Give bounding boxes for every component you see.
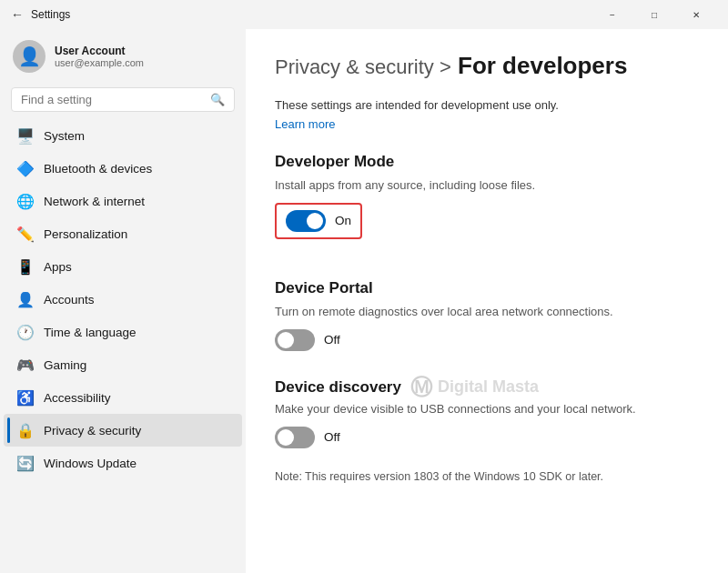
device-portal-toggle[interactable] — [275, 329, 315, 351]
nav-item-network[interactable]: 🌐 Network & internet — [4, 185, 242, 217]
nav-item-accessibility[interactable]: ♿ Accessibility — [4, 381, 242, 414]
titlebar-left: ← Settings — [11, 7, 70, 22]
profile-email: user@example.com — [55, 57, 144, 68]
developer-mode-description: Install apps from any source, including … — [275, 178, 699, 192]
search-icon[interactable]: 🔍 — [210, 93, 225, 106]
nav-label-gaming: Gaming — [44, 358, 86, 372]
device-portal-toggle-knob — [278, 332, 294, 348]
titlebar-title: Settings — [31, 8, 70, 21]
device-discovery-description: Make your device visible to USB connecti… — [275, 402, 699, 416]
back-arrow-icon[interactable]: ← — [11, 7, 24, 22]
nav-item-windows-update[interactable]: 🔄 Windows Update — [4, 447, 242, 479]
device-discovery-toggle-label: Off — [324, 430, 340, 444]
device-portal-toggle-label: Off — [324, 333, 340, 347]
page-title: Privacy & security > For developers — [275, 51, 699, 82]
bluetooth-icon: 🔷 — [16, 159, 35, 177]
nav-label-accounts: Accounts — [44, 293, 95, 307]
page-title-main: For developers — [458, 52, 627, 79]
developer-mode-section: Developer Mode Install apps from any sou… — [275, 153, 699, 265]
nav-label-bluetooth: Bluetooth & devices — [44, 162, 152, 176]
device-portal-description: Turn on remote diagnostics over local ar… — [275, 305, 699, 318]
windows-update-icon: 🔄 — [16, 454, 35, 472]
nav-label-system: System — [44, 129, 85, 143]
profile-info: User Account user@example.com — [55, 45, 144, 68]
device-discovery-toggle-row[interactable]: Off — [275, 427, 699, 448]
watermark-text: Digital Masta — [438, 377, 539, 397]
nav-item-apps[interactable]: 📱 Apps — [4, 250, 242, 283]
content-area: Privacy & security > For developers Thes… — [246, 29, 728, 573]
nav-label-time: Time & language — [44, 326, 136, 339]
device-discovery-note: Note: This requires version 1803 of the … — [275, 470, 699, 483]
nav-item-privacy[interactable]: 🔒 Privacy & security — [4, 414, 242, 447]
page-description: These settings are intended for developm… — [275, 98, 699, 112]
nav-item-bluetooth[interactable]: 🔷 Bluetooth & devices — [4, 152, 242, 185]
minimize-button[interactable]: − — [592, 0, 633, 29]
maximize-button[interactable]: □ — [633, 0, 675, 29]
sidebar: 👤 User Account user@example.com 🔍 🖥️ Sys… — [0, 29, 246, 573]
watermark: Ⓜ Digital Masta — [410, 373, 539, 402]
sidebar-profile[interactable]: 👤 User Account user@example.com — [0, 29, 246, 84]
nav-item-gaming[interactable]: 🎮 Gaming — [4, 348, 242, 381]
nav-item-personalization[interactable]: ✏️ Personalization — [4, 217, 242, 250]
developer-mode-toggle-row[interactable]: On — [275, 203, 362, 239]
system-icon: 🖥️ — [16, 126, 35, 145]
device-discovery-title: Device discovery — [275, 378, 401, 397]
device-discovery-toggle-knob — [278, 429, 294, 446]
search-input[interactable] — [21, 93, 210, 106]
privacy-icon: 🔒 — [16, 421, 35, 439]
nav-label-personalization: Personalization — [44, 227, 127, 241]
developer-mode-toggle-label: On — [335, 214, 351, 227]
device-portal-toggle-row[interactable]: Off — [275, 329, 699, 351]
personalization-icon: ✏️ — [16, 225, 35, 243]
device-portal-title: Device Portal — [275, 279, 699, 297]
nav-item-accounts[interactable]: 👤 Accounts — [4, 283, 242, 316]
nav-label-network: Network & internet — [44, 195, 145, 208]
profile-name: User Account — [55, 45, 144, 57]
accessibility-icon: ♿ — [16, 388, 35, 407]
time-icon: 🕐 — [16, 323, 35, 341]
close-button[interactable]: ✕ — [675, 0, 717, 29]
device-discovery-toggle[interactable] — [275, 427, 315, 448]
developer-mode-toggle[interactable] — [286, 210, 326, 232]
device-portal-section: Device Portal Turn on remote diagnostics… — [275, 279, 699, 351]
gaming-icon: 🎮 — [16, 356, 35, 374]
titlebar-controls: − □ ✕ — [592, 0, 717, 29]
accounts-icon: 👤 — [16, 290, 35, 308]
developer-mode-title: Developer Mode — [275, 153, 699, 171]
page-header: Privacy & security > For developers — [275, 51, 699, 82]
avatar-icon: 👤 — [18, 45, 41, 67]
nav-label-accessibility: Accessibility — [44, 391, 111, 405]
toggle-knob — [307, 213, 323, 229]
apps-icon: 📱 — [16, 257, 35, 276]
network-icon: 🌐 — [16, 192, 35, 210]
titlebar: ← Settings − □ ✕ — [0, 0, 728, 29]
nav-label-apps: Apps — [44, 260, 72, 274]
search-box[interactable]: 🔍 — [11, 87, 235, 112]
nav-item-system[interactable]: 🖥️ System — [4, 119, 242, 152]
avatar: 👤 — [13, 40, 46, 73]
nav-item-time[interactable]: 🕐 Time & language — [4, 316, 242, 348]
breadcrumb-prefix: Privacy & security > — [275, 55, 451, 78]
watermark-icon: Ⓜ — [410, 373, 432, 402]
device-discovery-section: Device discovery Ⓜ Digital Masta Make yo… — [275, 373, 699, 483]
nav-label-privacy: Privacy & security — [44, 424, 141, 437]
app-container: 👤 User Account user@example.com 🔍 🖥️ Sys… — [0, 29, 728, 573]
nav-label-windows-update: Windows Update — [44, 457, 136, 470]
learn-more-link[interactable]: Learn more — [275, 117, 335, 131]
